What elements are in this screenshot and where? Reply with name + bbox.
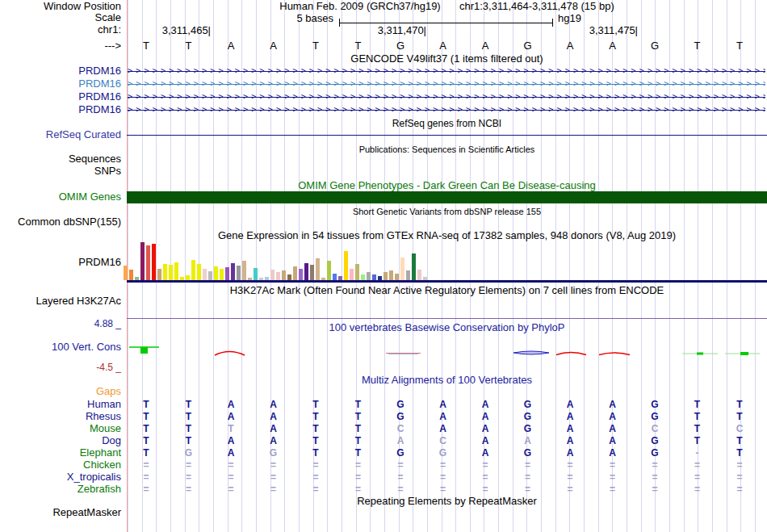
- alignment-base: T: [210, 423, 252, 434]
- alignment-base: T: [295, 447, 337, 459]
- alignment-base: T: [677, 411, 719, 422]
- alignment-base: =: [464, 484, 506, 495]
- alignment-base: =: [549, 459, 591, 471]
- alignment-base: C: [379, 423, 421, 434]
- alignment-base: T: [719, 447, 761, 459]
- alignment-base: T: [295, 399, 337, 410]
- alignment-base: A: [549, 435, 591, 446]
- alignment-base: T: [337, 411, 379, 422]
- alignment-base: T: [337, 423, 379, 434]
- repeatmasker-label[interactable]: RepeatMasker: [0, 507, 121, 518]
- alignment-base: =: [507, 484, 549, 495]
- alignment-base: =: [592, 471, 634, 483]
- alignment-base: A: [507, 435, 549, 446]
- alignment-base: T: [125, 435, 167, 446]
- alignment-base: =: [422, 484, 464, 495]
- alignment-base: A: [253, 423, 295, 434]
- alignment-base: A: [549, 411, 591, 422]
- alignment-base: A: [422, 411, 464, 422]
- alignment-base: =: [592, 459, 634, 471]
- alignment-base: =: [337, 459, 379, 471]
- alignment-base: G: [634, 399, 676, 410]
- alignment-base: =: [379, 471, 421, 483]
- multiz-track-title: Multiz Alignments of 100 Vertebrates: [127, 375, 767, 386]
- alignment-base: G: [379, 411, 421, 422]
- alignment-base: G: [634, 411, 676, 422]
- multiz-species-label[interactable]: Human: [0, 399, 121, 410]
- alignment-base: T: [125, 447, 167, 459]
- alignment-base: T: [677, 435, 719, 446]
- alignment-base: =: [677, 459, 719, 471]
- alignment-base: A: [464, 411, 506, 422]
- alignment-base: A: [210, 399, 252, 410]
- alignment-base: A: [464, 399, 506, 410]
- alignment-base: =: [549, 471, 591, 483]
- alignment-base: G: [379, 447, 421, 459]
- alignment-base: T: [295, 423, 337, 434]
- multiz-species-label[interactable]: Gaps: [0, 386, 121, 397]
- alignment-base: =: [634, 484, 676, 495]
- alignment-base: T: [125, 399, 167, 410]
- alignment-base: A: [592, 423, 634, 434]
- alignment-base: T: [168, 423, 210, 434]
- alignment-base: G: [634, 447, 676, 459]
- alignment-base: =: [125, 484, 167, 495]
- alignment-base: A: [422, 423, 464, 434]
- alignment-base: C: [719, 423, 761, 434]
- alignment-base: A: [592, 435, 634, 446]
- alignment-base: =: [337, 471, 379, 483]
- alignment-base: A: [549, 399, 591, 410]
- multiz-species-label[interactable]: Chicken: [0, 459, 121, 471]
- multiz-species-label[interactable]: Rhesus: [0, 411, 121, 422]
- alignment-base: =: [168, 484, 210, 495]
- alignment-base: =: [549, 484, 591, 495]
- alignment-base: T: [677, 399, 719, 410]
- alignment-base: T: [337, 435, 379, 446]
- alignment-base: =: [634, 471, 676, 483]
- alignment-base: G: [634, 435, 676, 446]
- alignment-base: A: [464, 435, 506, 446]
- multiz-species-label[interactable]: Mouse: [0, 423, 121, 434]
- alignment-base: G: [422, 447, 464, 459]
- alignment-base: A: [592, 411, 634, 422]
- alignment-base: =: [253, 459, 295, 471]
- alignment-base: A: [464, 447, 506, 459]
- multiz-species-label[interactable]: Zebrafish: [0, 484, 121, 495]
- alignment-base: =: [379, 484, 421, 495]
- multiz-species-label[interactable]: Elephant: [0, 447, 121, 459]
- alignment-base: G: [507, 423, 549, 434]
- alignment-base: A: [210, 435, 252, 446]
- alignment-base: =: [719, 484, 761, 495]
- alignment-base: =: [295, 484, 337, 495]
- alignment-base: =: [253, 471, 295, 483]
- alignment-base: =: [168, 459, 210, 471]
- alignment-base: A: [253, 399, 295, 410]
- alignment-base: T: [337, 447, 379, 459]
- alignment-base: A: [253, 435, 295, 446]
- multiz-species-label[interactable]: Dog: [0, 435, 121, 446]
- alignment-base: =: [507, 459, 549, 471]
- alignment-base: =: [295, 471, 337, 483]
- alignment-base: =: [379, 459, 421, 471]
- alignment-base: G: [507, 447, 549, 459]
- repeatmasker-track-title: Repeating Elements by RepeatMasker: [127, 496, 767, 507]
- alignment-base: =: [592, 484, 634, 495]
- alignment-base: A: [549, 447, 591, 459]
- alignment-base: T: [719, 411, 761, 422]
- alignment-base: G: [168, 447, 210, 459]
- alignment-base: =: [125, 459, 167, 471]
- alignment-base: A: [592, 399, 634, 410]
- alignment-base: =: [253, 484, 295, 495]
- alignment-base: T: [719, 399, 761, 410]
- alignment-base: T: [677, 423, 719, 434]
- alignment-base: A: [253, 411, 295, 422]
- alignment-base: =: [677, 471, 719, 483]
- alignment-base: A: [210, 447, 252, 459]
- alignment-base: C: [422, 435, 464, 446]
- multiz-species-label[interactable]: X_tropicalis: [0, 471, 121, 483]
- alignment-base: =: [719, 459, 761, 471]
- alignment-base: =: [464, 459, 506, 471]
- alignment-base: =: [210, 484, 252, 495]
- alignment-base: T: [125, 411, 167, 422]
- alignment-base: A: [422, 399, 464, 410]
